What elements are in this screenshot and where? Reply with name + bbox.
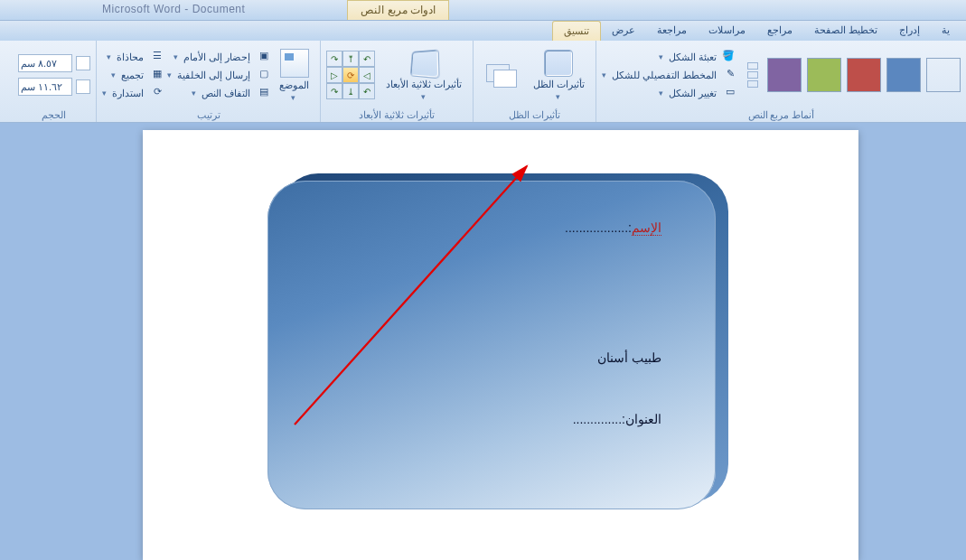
- wrap-icon: ▤: [254, 86, 268, 100]
- rotate-button[interactable]: ⟳استدارة▾: [102, 85, 162, 101]
- style-swatch-blue[interactable]: [886, 58, 921, 92]
- tilt-down-icon[interactable]: ⤓: [342, 83, 359, 99]
- group-label-arrange: ترتيب: [102, 107, 314, 122]
- style-swatch-red[interactable]: [847, 58, 881, 92]
- group-icon: ▦: [147, 68, 162, 82]
- textbox-shape[interactable]: الإسم:.................. طبيب أسنان العن…: [267, 181, 716, 509]
- cube-icon: [410, 50, 440, 79]
- send-back-icon: ▢: [254, 68, 268, 82]
- 3d-tilt-grid[interactable]: ↶⤒↷ ◁⟳▷ ↶⤓↷: [326, 51, 375, 99]
- tilt-left-icon[interactable]: ◁: [359, 67, 375, 83]
- tilt-right-icon[interactable]: ▷: [326, 67, 342, 83]
- shadow-nudge-icon: [484, 62, 517, 88]
- group-label-3d: تأثيرات ثلاثية الأبعاد: [326, 107, 467, 122]
- change-shape-button[interactable]: ▭تغيير الشكل▾: [602, 85, 735, 101]
- group-label-styles: أنماط مربع النص: [602, 107, 961, 122]
- change-shape-icon: ▭: [720, 86, 735, 100]
- tilt-center-icon[interactable]: ⟳: [342, 67, 359, 83]
- app-title: Microsoft Word - Document: [0, 0, 347, 20]
- tab-mailings[interactable]: مراسلات: [698, 21, 756, 41]
- width-icon: [76, 79, 90, 94]
- align-button[interactable]: ☰محاذاة▾: [102, 49, 162, 65]
- shape-outline-button[interactable]: ✎المخطط التفصيلي للشكل▾: [602, 67, 735, 83]
- style-swatch-green[interactable]: [807, 58, 841, 92]
- group-label-shadow: تأثيرات الظل: [479, 107, 590, 122]
- group-3d: تأثيرات ثلاثية الأبعاد▾ ↶⤒↷ ◁⟳▷ ↶⤓↷ تأثي…: [320, 41, 473, 122]
- style-swatch-black[interactable]: [926, 58, 961, 92]
- group-label-size: الحجم: [18, 107, 90, 122]
- align-icon: ☰: [147, 50, 162, 64]
- tab-format[interactable]: تنسيق: [552, 21, 601, 41]
- style-swatch-purple[interactable]: [767, 58, 802, 92]
- group-textbox-styles: 🪣تعبئة الشكل▾ ✎المخطط التفصيلي للشكل▾ ▭ت…: [596, 41, 966, 122]
- 3d-effects-button[interactable]: تأثيرات ثلاثية الأبعاد▾: [380, 47, 467, 103]
- height-input[interactable]: ٨.٥٧ سم: [18, 54, 72, 72]
- paint-bucket-icon: 🪣: [720, 50, 735, 64]
- tilt-up-icon[interactable]: ⤒: [342, 51, 359, 67]
- title-bar: ادوات مربع النص Microsoft Word - Documen…: [0, 0, 966, 21]
- shadow-nudge[interactable]: [479, 61, 522, 89]
- tab-layout[interactable]: تخطيط الصفحة: [803, 21, 888, 41]
- group-size: ٨.٥٧ سم ١١.٦٢ سم الحجم: [13, 41, 96, 122]
- group-shadow: تأثيرات الظل▾ تأثيرات الظل: [473, 41, 596, 122]
- tilt-up-left-icon[interactable]: ↶: [359, 51, 375, 67]
- gallery-down-icon[interactable]: [747, 71, 758, 79]
- gallery-up-icon[interactable]: [747, 62, 758, 70]
- field-address[interactable]: العنوان:..............: [573, 412, 661, 426]
- text-wrap-button[interactable]: ▤التفاف النص▾: [167, 85, 268, 101]
- page[interactable]: الإسم:.................. طبيب أسنان العن…: [143, 130, 858, 560]
- group-arrange: الموضع▾ ▣إحضار إلى الأمام▾ ▢إرسال إلى ال…: [96, 41, 320, 122]
- gallery-more-icon[interactable]: [747, 80, 758, 88]
- tab-home-frag[interactable]: ية: [931, 21, 961, 41]
- contextual-tab-label: ادوات مربع النص: [347, 0, 449, 20]
- height-icon: [76, 56, 90, 70]
- field-name[interactable]: الإسم:..................: [565, 220, 661, 235]
- group-button[interactable]: ▦تجميع▾: [102, 67, 162, 83]
- shape-fill-button[interactable]: 🪣تعبئة الشكل▾: [602, 49, 735, 65]
- ribbon-tabs: ية إدراج تخطيط الصفحة مراجع مراسلات مراج…: [0, 21, 966, 41]
- position-button[interactable]: الموضع▾: [274, 47, 314, 104]
- tilt-dl-icon[interactable]: ↶: [359, 83, 375, 99]
- pencil-icon: ✎: [720, 68, 735, 82]
- tilt-dr-icon[interactable]: ↷: [326, 83, 342, 99]
- shadow-effects-button[interactable]: تأثيرات الظل▾: [528, 47, 590, 103]
- tab-review[interactable]: مراجعة: [646, 21, 698, 41]
- bring-front-icon: ▣: [254, 50, 268, 64]
- bring-front-button[interactable]: ▣إحضار إلى الأمام▾: [167, 49, 268, 65]
- position-icon: [280, 49, 309, 78]
- ribbon: 🪣تعبئة الشكل▾ ✎المخطط التفصيلي للشكل▾ ▭ت…: [0, 41, 966, 123]
- rotate-icon: ⟳: [147, 86, 162, 100]
- send-back-button[interactable]: ▢إرسال إلى الخلفية▾: [167, 67, 268, 83]
- shadow-preset-icon: [544, 50, 573, 77]
- width-input[interactable]: ١١.٦٢ سم: [18, 78, 72, 96]
- document-area: الإسم:.................. طبيب أسنان العن…: [0, 123, 966, 560]
- tilt-up-right-icon[interactable]: ↷: [326, 51, 342, 67]
- tab-references[interactable]: مراجع: [756, 21, 803, 41]
- tab-insert[interactable]: إدراج: [888, 21, 931, 41]
- tab-view[interactable]: عرض: [601, 21, 646, 41]
- field-job[interactable]: طبيب أسنان: [597, 350, 661, 365]
